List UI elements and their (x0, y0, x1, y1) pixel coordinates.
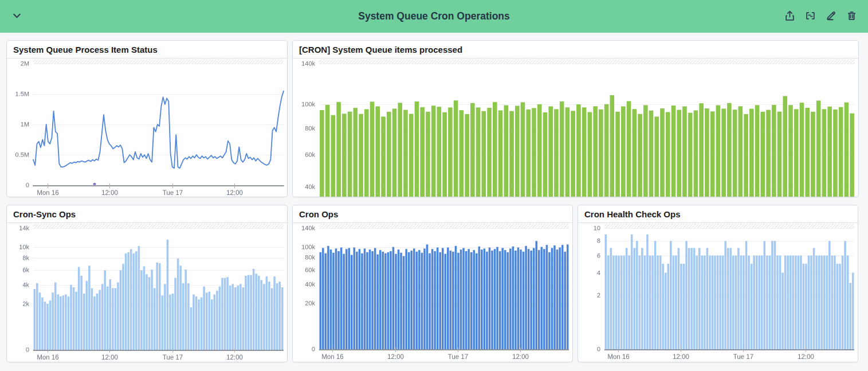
panel-title: System Queue Process Item Status (7, 41, 287, 58)
share-button[interactable] (782, 9, 797, 24)
panel-title: [CRON] System Queue items processed (293, 41, 858, 58)
panel-cron-sync-ops: Cron-Sync Ops success (6, 205, 288, 362)
panel-cron-health-check-ops: Cron Health Check Ops success (578, 205, 858, 362)
dashboard-header: System Queue Cron Operations (0, 0, 868, 33)
edit-button[interactable] (823, 9, 838, 24)
export-icon (784, 10, 795, 23)
dashboard-title: System Queue Cron Operations (0, 10, 868, 22)
panel-cron-ops: Cron Ops errorsuccess (292, 205, 573, 362)
panel-title: Cron Health Check Ops (578, 205, 858, 223)
process-item-status-chart[interactable] (7, 58, 287, 197)
chevron-down-icon (11, 10, 22, 23)
panel-items-processed: [CRON] System Queue items processed cron… (292, 40, 859, 197)
delete-button[interactable] (844, 9, 859, 24)
items-processed-chart[interactable] (293, 58, 858, 197)
inspect-button[interactable] (803, 9, 818, 24)
header-actions (782, 9, 859, 24)
cron-ops-chart[interactable] (293, 223, 572, 362)
panel-process-item-status: System Queue Process Item Status (6, 40, 288, 197)
collapse-panel-button[interactable] (9, 9, 24, 24)
cron-sync-ops-chart[interactable] (7, 223, 287, 362)
panel-title: Cron-Sync Ops (7, 205, 287, 223)
panel-title: Cron Ops (293, 205, 572, 223)
pencil-icon (826, 10, 836, 23)
cron-health-check-ops-chart[interactable] (578, 223, 858, 362)
trash-icon (846, 10, 857, 23)
dashboard-grid: System Queue Process Item Status [CRON] … (6, 40, 859, 362)
inspect-icon (805, 10, 816, 23)
